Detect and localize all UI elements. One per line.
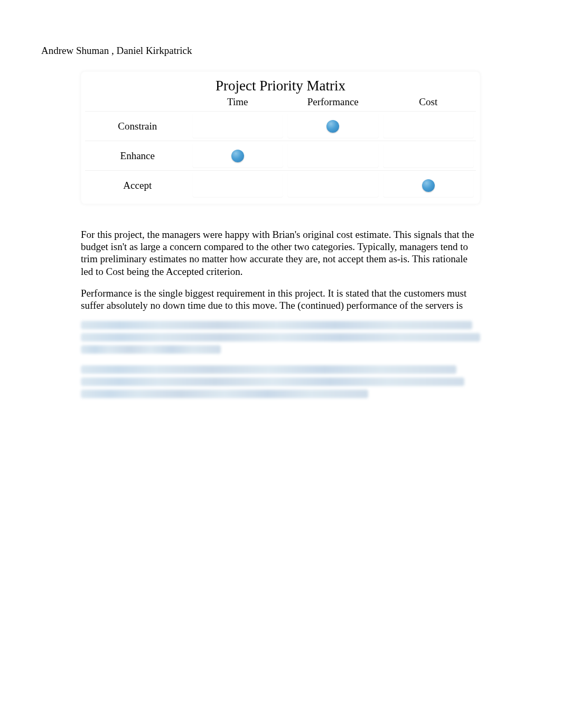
redacted-text-region — [81, 321, 480, 398]
redacted-paragraph — [81, 321, 480, 354]
matrix-cell-accept-cost — [381, 170, 476, 200]
matrix-col-cost: Cost — [381, 95, 476, 111]
paragraph-2: Performance is the single biggest requir… — [81, 287, 480, 311]
dot-icon — [231, 150, 244, 162]
redacted-line — [81, 365, 456, 374]
paragraph-1: For this project, the managers were happ… — [81, 228, 480, 278]
matrix-row-enhance: Enhance — [85, 141, 190, 170]
author-names: Andrew Shuman , Daniel Kirkpatrick — [41, 45, 520, 57]
matrix-cell-constrain-time — [190, 111, 285, 141]
matrix-cell-constrain-cost — [381, 111, 476, 141]
redacted-line — [81, 345, 221, 354]
matrix-cell-enhance-time — [190, 141, 285, 170]
priority-matrix: Project Priority Matrix Time Performance… — [81, 71, 480, 204]
matrix-cell-enhance-cost — [381, 141, 476, 170]
matrix-header-empty — [85, 95, 190, 111]
body-text: For this project, the managers were happ… — [81, 228, 480, 311]
matrix-row-constrain: Constrain — [85, 111, 190, 141]
document-page: Andrew Shuman , Daniel Kirkpatrick Proje… — [0, 0, 561, 398]
matrix-cell-accept-performance — [285, 170, 380, 200]
matrix-cell-accept-time — [190, 170, 285, 200]
matrix-col-time: Time — [190, 95, 285, 111]
matrix-row-accept: Accept — [85, 170, 190, 200]
redacted-line — [81, 377, 464, 386]
matrix-cell-constrain-performance — [285, 111, 380, 141]
redacted-line — [81, 390, 368, 398]
matrix-cell-enhance-performance — [285, 141, 380, 170]
redacted-line — [81, 333, 480, 342]
dot-icon — [422, 179, 435, 192]
redacted-paragraph — [81, 365, 480, 398]
matrix-col-performance: Performance — [285, 95, 380, 111]
matrix-title: Project Priority Matrix — [85, 76, 476, 95]
matrix-grid: Time Performance Cost Constrain Enhance … — [85, 95, 476, 200]
redacted-line — [81, 321, 472, 329]
dot-icon — [326, 120, 339, 133]
